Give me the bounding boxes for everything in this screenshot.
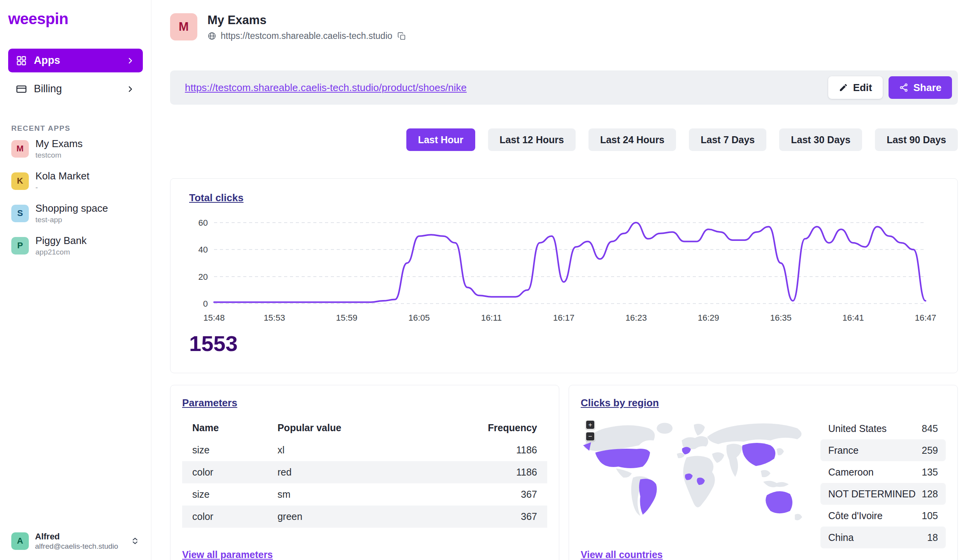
app-header: M My Exams https://testcom.shareable.cae… [170, 13, 958, 41]
total-clicks-chart: 020406015:4815:5315:5916:0516:1116:1716:… [189, 213, 940, 330]
cell-frequency: 1186 [421, 461, 547, 483]
region-value: 18 [927, 532, 938, 543]
view-all-parameters-link[interactable]: View all parameters [182, 549, 273, 560]
svg-text:15:53: 15:53 [263, 313, 285, 323]
bottom-cards-row: Parameters Name Popular value Frequency … [170, 385, 958, 560]
time-filter-group: Last Hour Last 12 Hours Last 24 Hours La… [170, 128, 958, 151]
copy-icon [397, 32, 406, 40]
svg-text:20: 20 [198, 272, 208, 282]
apps-label: Apps [34, 54, 60, 67]
col-name: Name [182, 417, 267, 439]
user-email: alfred@caelis-tech.studio [35, 542, 118, 551]
sidebar-item-piggy-bank[interactable]: P Piggy Bank app21com [8, 230, 143, 262]
copy-url-button[interactable] [397, 31, 407, 41]
cell-name: size [182, 439, 267, 461]
parameters-heading[interactable]: Parameters [182, 397, 237, 409]
region-value: 259 [922, 445, 938, 456]
clicks-by-region-card: Clicks by region [569, 385, 958, 560]
main-content: M My Exams https://testcom.shareable.cae… [151, 0, 966, 560]
app-name: Shopping space [35, 203, 108, 214]
shareable-link[interactable]: https://testcom.shareable.caelis-tech.st… [185, 82, 467, 94]
svg-text:16:41: 16:41 [843, 313, 864, 323]
credit-card-icon [16, 84, 27, 95]
region-value: 128 [922, 488, 938, 500]
svg-text:60: 60 [198, 218, 208, 228]
chevron-right-icon [126, 84, 135, 94]
user-name: Alfred [35, 532, 118, 541]
avatar: K [11, 172, 29, 190]
billing-label: Billing [34, 83, 62, 95]
svg-text:16:29: 16:29 [698, 313, 719, 323]
avatar: S [11, 205, 29, 222]
region-row: Côte d'Ivoire 105 [820, 505, 946, 527]
app-subtitle: - [35, 183, 90, 192]
share-button[interactable]: Share [889, 76, 952, 99]
svg-text:16:35: 16:35 [770, 313, 792, 323]
sidebar-item-my-exams[interactable]: M My Exams testcom [8, 133, 143, 165]
cell-frequency: 1186 [421, 439, 547, 461]
region-name: NOT DETERMINED [828, 488, 916, 500]
table-row: color green 367 [182, 506, 547, 528]
time-filter-last-24-hours[interactable]: Last 24 Hours [588, 128, 676, 151]
region-name: China [828, 532, 854, 543]
world-map-container: + − [581, 418, 812, 535]
shareable-link-bar: https://testcom.shareable.caelis-tech.st… [170, 70, 958, 105]
app-name: Kola Market [35, 170, 90, 182]
svg-text:16:11: 16:11 [481, 313, 502, 323]
zoom-in-button[interactable]: + [585, 420, 595, 430]
time-filter-last-12-hours[interactable]: Last 12 Hours [488, 128, 576, 151]
region-row: United States 845 [820, 418, 946, 439]
time-filter-last-30-days[interactable]: Last 30 Days [779, 128, 862, 151]
time-filter-last-90-days[interactable]: Last 90 Days [875, 128, 958, 151]
region-row: NOT DETERMINED 128 [820, 483, 946, 505]
region-name: France [828, 445, 859, 456]
app-subtitle: app21com [35, 248, 87, 256]
avatar: M [11, 140, 29, 158]
total-clicks-value: 1553 [189, 331, 939, 356]
zoom-out-button[interactable]: − [585, 432, 595, 441]
cell-name: color [182, 461, 267, 483]
cell-value: red [267, 461, 421, 483]
table-row: color red 1186 [182, 461, 547, 483]
svg-text:16:05: 16:05 [408, 313, 430, 323]
svg-text:40: 40 [198, 245, 208, 255]
cell-frequency: 367 [421, 483, 547, 506]
cell-name: color [182, 506, 267, 528]
avatar: P [11, 237, 29, 255]
sidebar-item-billing[interactable]: Billing [8, 77, 143, 101]
time-filter-last-7-days[interactable]: Last 7 Days [689, 128, 766, 151]
region-list: United States 845 France 259 Cameroon 13… [820, 418, 946, 548]
cell-name: size [182, 483, 267, 506]
cell-value: xl [267, 439, 421, 461]
sidebar-item-kola-market[interactable]: K Kola Market - [8, 165, 143, 197]
parameters-table: Name Popular value Frequency size xl 118… [182, 417, 547, 528]
region-name: Côte d'Ivoire [828, 510, 883, 521]
user-menu[interactable]: A Alfred alfred@caelis-tech.studio [8, 529, 143, 553]
apps-icon [16, 55, 27, 66]
sidebar-item-apps[interactable]: Apps [8, 49, 143, 72]
region-name: Cameroon [828, 467, 874, 478]
total-clicks-heading[interactable]: Total clicks [189, 192, 244, 204]
region-value: 845 [922, 423, 938, 434]
app-url: https://testcom.shareable.caelis-tech.st… [221, 31, 392, 41]
sidebar-item-shopping-space[interactable]: S Shopping space test-app [8, 197, 143, 230]
parameters-card: Parameters Name Popular value Frequency … [170, 385, 559, 560]
clicks-by-region-heading[interactable]: Clicks by region [581, 397, 659, 409]
app-subtitle: test-app [35, 216, 108, 224]
app-name: My Exams [35, 138, 83, 150]
pencil-icon [839, 83, 848, 92]
view-all-countries-link[interactable]: View all countries [581, 549, 663, 560]
world-map [581, 418, 812, 535]
cell-value: green [267, 506, 421, 528]
svg-text:16:17: 16:17 [553, 313, 574, 323]
col-popular-value: Popular value [267, 417, 421, 439]
app-name: Piggy Bank [35, 235, 87, 247]
region-row: China 18 [820, 527, 946, 548]
brand-logo: weespin [8, 10, 143, 28]
edit-button[interactable]: Edit [828, 76, 883, 99]
map-zoom-controls: + − [585, 420, 595, 441]
avatar: A [11, 532, 29, 550]
svg-text:16:23: 16:23 [625, 313, 647, 323]
time-filter-last-hour[interactable]: Last Hour [406, 128, 475, 151]
share-label: Share [913, 82, 941, 94]
